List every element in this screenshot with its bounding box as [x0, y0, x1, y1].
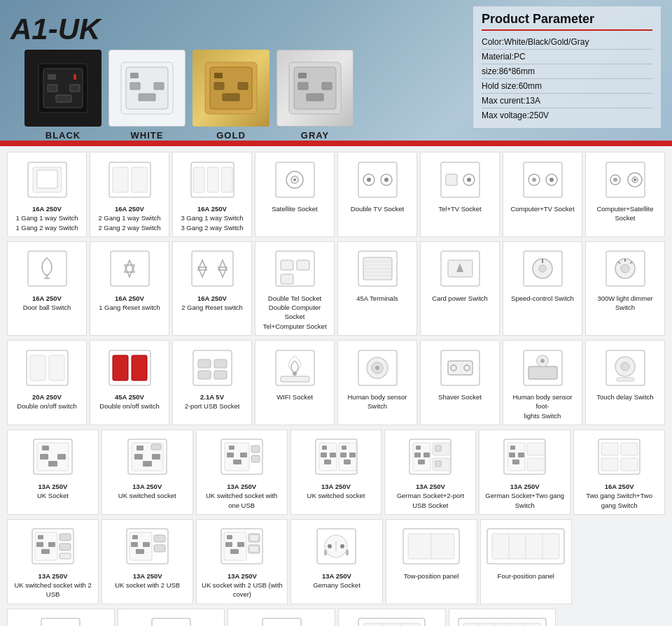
cell-uk-sw: 13A 250VUK switched socket [102, 429, 193, 515]
cell-panel4: Four-position panel [480, 519, 572, 604]
svg-rect-183 [48, 542, 55, 547]
param-title: Product Parameter [482, 12, 652, 31]
svg-point-58 [634, 178, 636, 181]
svg-rect-30 [132, 167, 147, 192]
svg-rect-147 [322, 446, 327, 450]
product-black: BLACK [24, 50, 102, 141]
svg-rect-229 [262, 618, 301, 626]
cell-empty-row5 [575, 519, 665, 604]
cell-footlight: Human body sensor foot-lights Switch [503, 340, 582, 425]
cell-dimmer: 300W light dimmer Switch [585, 241, 665, 336]
parameter-panel: Product Parameter Color:White/Black/Gold… [472, 6, 662, 129]
svg-rect-22 [298, 83, 308, 90]
cell-twogang: 16A 250VTwo gang Switch+Two gang Switch [573, 429, 665, 515]
svg-rect-198 [227, 535, 232, 539]
cell-reset2: 16A 250V2 Gang Reset switch [172, 241, 252, 336]
product-white: WHITE [108, 50, 186, 141]
svg-rect-136 [151, 444, 161, 450]
svg-rect-62 [111, 251, 149, 286]
svg-rect-5 [56, 95, 71, 102]
param-color: Color:White/Black/Gold/Gray [482, 35, 652, 50]
svg-point-106 [293, 371, 297, 376]
svg-rect-12 [139, 94, 155, 101]
cell-uk-2usb-sw: 13A 250VUK switched socket with 2 USB [7, 519, 99, 604]
grid-row-3: 20A 250VDouble on/off switch 45A 250VDou… [7, 340, 665, 425]
svg-rect-224 [152, 618, 190, 626]
svg-rect-176 [601, 458, 618, 471]
color-label-gold: GOLD [216, 130, 246, 141]
svg-rect-135 [143, 461, 152, 467]
svg-rect-123 [617, 378, 634, 381]
cell-de-sw: 13A 250VGerman Socket+Two gang Switch [479, 429, 570, 515]
svg-rect-59 [28, 251, 66, 286]
svg-rect-32 [193, 167, 204, 192]
svg-rect-236 [363, 623, 420, 626]
svg-rect-34 [221, 167, 232, 192]
svg-rect-133 [134, 454, 143, 460]
svg-point-86 [539, 265, 546, 272]
svg-rect-142 [233, 460, 241, 464]
svg-rect-65 [192, 251, 233, 286]
svg-rect-48 [524, 162, 562, 197]
cell-dbl-onoff-20: 20A 250VDouble on/off switch [7, 340, 87, 425]
svg-rect-201 [230, 549, 239, 554]
svg-rect-126 [42, 446, 49, 450]
svg-rect-11 [154, 83, 164, 90]
svg-rect-160 [424, 453, 430, 457]
grid-row-2: 16A 250VDoor ball Switch 16A 250V1 Gang … [7, 241, 665, 336]
svg-rect-15 [214, 73, 223, 78]
cell-compsat: Computer+Satellite Socket [585, 152, 665, 237]
cell-empty-row6 [559, 609, 665, 626]
svg-point-111 [375, 366, 379, 370]
svg-rect-96 [49, 355, 64, 380]
svg-rect-141 [240, 453, 247, 457]
svg-rect-153 [340, 453, 346, 457]
svg-point-43 [384, 178, 388, 182]
cell-cardpower: Card power Switch [420, 241, 500, 336]
svg-rect-211 [346, 550, 349, 555]
param-material: Material:PC [482, 50, 652, 64]
svg-rect-104 [214, 371, 227, 379]
svg-rect-39 [358, 162, 397, 197]
svg-rect-182 [36, 542, 43, 547]
cell-comp-sock: Computer Socket [227, 609, 335, 626]
cell-uk-sw-usb: 13A 250VUK switched socket with one USB [196, 429, 288, 515]
svg-rect-127 [40, 454, 48, 460]
svg-rect-27 [37, 170, 57, 188]
svg-rect-140 [227, 453, 234, 457]
svg-rect-159 [414, 453, 421, 457]
cell-switch1: 16A 250V1 Gang 1 way Switch1 Gang 2 way … [7, 152, 87, 237]
cell-touchdelay: Touch delay Switch [585, 340, 665, 425]
svg-point-119 [540, 359, 545, 363]
color-label-white: WHITE [131, 130, 164, 141]
product-gold: GOLD [192, 50, 270, 141]
svg-rect-161 [418, 460, 425, 464]
svg-rect-45 [446, 174, 457, 185]
svg-rect-175 [601, 443, 618, 455]
cell-germany: 13A 250VGemany Socket [290, 519, 382, 604]
grid-row-6: TV Socket Tel Socket [7, 609, 665, 626]
cell-de-usb: 13A 250VGerman Socket+2-port USB Socket [384, 429, 476, 515]
svg-rect-139 [229, 446, 234, 450]
svg-rect-33 [207, 167, 218, 192]
svg-rect-181 [38, 535, 43, 539]
grid-row-4: 13A 250VUK Socket 13A 250VUK switched so… [7, 429, 665, 515]
svg-rect-101 [198, 360, 211, 368]
product-images: BLACK WHITE [24, 50, 354, 141]
svg-point-208 [328, 544, 332, 548]
svg-rect-203 [250, 535, 258, 541]
param-voltage: Max voltage:250V [482, 108, 652, 122]
svg-rect-240 [463, 623, 541, 626]
svg-rect-155 [344, 460, 351, 464]
svg-rect-98 [113, 355, 128, 380]
svg-rect-144 [251, 455, 260, 462]
svg-rect-132 [136, 446, 144, 450]
svg-point-52 [550, 178, 554, 182]
cell-bodysensor: Human body sensor Switch [337, 340, 417, 425]
svg-rect-99 [132, 355, 147, 380]
header: A1-UK BLACK [0, 0, 672, 141]
svg-rect-16 [214, 83, 224, 90]
red-divider [0, 141, 672, 146]
cell-doubletv: Double TV Socket [337, 152, 417, 237]
svg-rect-53 [606, 162, 645, 197]
